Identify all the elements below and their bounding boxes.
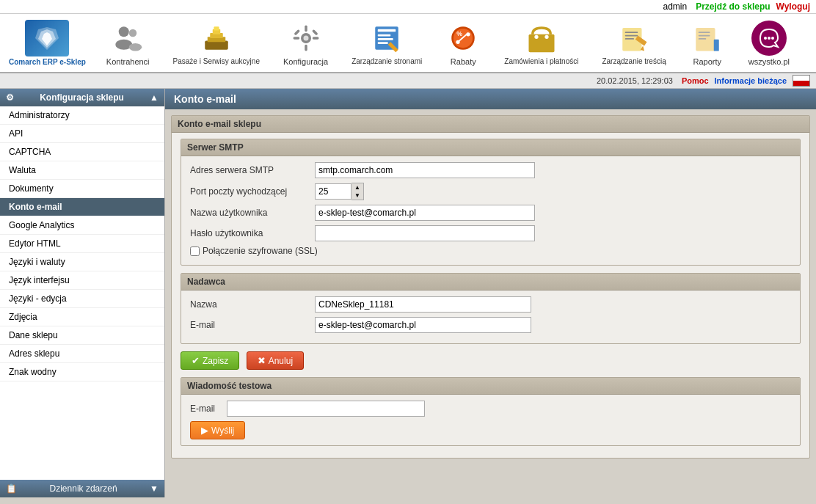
datetime: 20.02.2015, 12:29:03 — [597, 76, 673, 85]
sender-name-input[interactable] — [315, 296, 531, 313]
svg-point-13 — [303, 35, 308, 40]
test-email-input[interactable] — [227, 401, 425, 417]
ssl-checkbox[interactable] — [190, 246, 200, 256]
konfiguracja-icon — [288, 21, 324, 56]
sender-email-label: E-mail — [190, 320, 315, 330]
nav-item-raporty[interactable]: Raporty — [678, 18, 737, 69]
save-icon: ✔ — [192, 355, 200, 366]
rabaty-icon: % — [445, 21, 481, 56]
section-test-message: Wiadomość testowa E-mail ▶ Wyślij — [181, 377, 801, 446]
sidebar-item-api[interactable]: API — [0, 125, 164, 143]
page-header: Konto e-mail — [165, 89, 816, 109]
logo-svg — [32, 26, 62, 51]
username-input[interactable] — [315, 205, 535, 221]
svg-rect-36 — [625, 32, 638, 33]
svg-rect-14 — [305, 25, 307, 32]
port-row: Port poczty wychodzącej ▲ ▼ — [190, 183, 791, 200]
password-row: Hasło użytkownika — [190, 225, 791, 241]
smtp-address-row: Adres serwera SMTP — [190, 162, 791, 178]
smtp-address-label: Adres serwera SMTP — [190, 165, 315, 175]
nav-item-wszystko[interactable]: wszystko.pl — [737, 18, 801, 69]
sidebar-list: Administratorzy API CAPTCHA Waluta Dokum… — [0, 106, 164, 480]
logo-box — [25, 20, 69, 56]
sender-email-row: E-mail — [190, 317, 791, 333]
nav-item-kontrahenci[interactable]: Kontrahenci — [95, 18, 161, 69]
sidebar-item-captcha[interactable]: CAPTCHA — [0, 143, 164, 161]
info-link[interactable]: Informacje bieżące — [715, 76, 787, 85]
ssl-row: Połączenie szyfrowane (SSL) — [190, 246, 791, 256]
sidebar-item-dokumenty[interactable]: Dokumenty — [0, 180, 164, 198]
send-button-row: ▶ Wyślij — [190, 421, 791, 439]
port-container: ▲ ▼ — [315, 183, 364, 200]
section-sender: Nadawca Nazwa E-mail — [181, 273, 801, 344]
sender-name-row: Nazwa — [190, 296, 791, 313]
section-test-content: E-mail ▶ Wyślij — [181, 395, 800, 445]
sidebar: ⚙ Konfiguracja sklepu ▲ Administratorzy … — [0, 89, 165, 497]
sidebar-item-administratorzy[interactable]: Administratorzy — [0, 106, 164, 125]
section-email-account-header: Konto e-mail sklepu — [172, 116, 809, 133]
admin-username: admin — [663, 1, 688, 12]
svg-point-31 — [467, 32, 470, 36]
port-up-btn[interactable]: ▲ — [351, 183, 363, 191]
svg-point-48 — [771, 37, 774, 40]
go-to-store-link[interactable]: Przejdź do sklepu — [696, 1, 770, 12]
svg-point-3 — [119, 26, 129, 37]
save-button[interactable]: ✔ Zapisz — [181, 351, 239, 370]
raporty-icon — [690, 21, 725, 56]
password-input[interactable] — [315, 225, 535, 241]
wszystko-icon — [751, 21, 787, 56]
zarzadzanie-stronami-icon — [369, 21, 404, 56]
nav-item-rabaty[interactable]: % Rabaty — [434, 18, 492, 69]
sidebar-item-dane-sklepu[interactable]: Dane sklepu — [0, 326, 164, 345]
svg-rect-32 — [528, 34, 554, 53]
svg-rect-16 — [293, 37, 299, 40]
logo-text: Comarch ERP e-Sklep — [9, 58, 86, 66]
port-down-btn[interactable]: ▼ — [351, 191, 363, 200]
sidebar-item-konto-email[interactable]: Konto e-mail — [0, 198, 164, 216]
status-bar: 20.02.2015, 12:29:03 Pomoc Informacje bi… — [0, 73, 816, 89]
nav-item-zarzadzanie-trescia[interactable]: Zarządzanie treścią — [590, 18, 677, 68]
language-flag[interactable] — [793, 75, 810, 87]
sidebar-collapse-icon[interactable]: ▲ — [150, 92, 159, 103]
page-title: Konto e-mail — [174, 93, 236, 105]
nav-item-konfiguracja[interactable]: Konfiguracja — [272, 18, 340, 69]
sidebar-item-jezyki-waluty[interactable]: Języki i waluty — [0, 253, 164, 271]
smtp-address-input[interactable] — [315, 162, 535, 178]
svg-rect-21 — [378, 29, 396, 32]
section-smtp-header: Serwer SMTP — [181, 139, 800, 156]
send-button[interactable]: ▶ Wyślij — [190, 421, 245, 439]
cancel-button[interactable]: ✖ Anuluj — [247, 351, 304, 370]
section-email-account-content: Serwer SMTP Adres serwera SMTP Port pocz… — [172, 133, 809, 458]
nav-item-zamowienia[interactable]: Zamówienia i płatności — [492, 18, 590, 68]
section-smtp-content: Adres serwera SMTP Port poczty wychodząc… — [181, 156, 800, 265]
sender-email-input[interactable] — [315, 317, 531, 333]
top-bar: admin Przejdź do sklepu Wyloguj — [0, 0, 816, 14]
sidebar-item-google-analytics[interactable]: Google Analytics — [0, 216, 164, 235]
nav-item-pasaze[interactable]: Pasaże i Serwisy aukcyjne — [161, 18, 272, 68]
logo-area[interactable]: Comarch ERP e-Sklep — [0, 17, 95, 69]
sender-name-label: Nazwa — [190, 299, 315, 310]
sidebar-item-jezyk-interfejsu[interactable]: Język interfejsu — [0, 271, 164, 290]
sidebar-title: Konfiguracja sklepu — [40, 92, 124, 103]
sidebar-item-waluta[interactable]: Waluta — [0, 161, 164, 180]
section-sender-content: Nazwa E-mail — [181, 291, 800, 343]
svg-rect-42 — [698, 32, 710, 33]
sidebar-item-jezyki-edycja[interactable]: Języki - edycja — [0, 290, 164, 308]
svg-rect-24 — [378, 42, 388, 44]
test-email-row: E-mail — [190, 401, 791, 417]
sidebar-header: ⚙ Konfiguracja sklepu ▲ — [0, 89, 164, 106]
nav-item-zarzadzanie-stronami[interactable]: Zarządzanie stronami — [340, 18, 434, 68]
port-input[interactable] — [315, 183, 351, 200]
nav-bar: Comarch ERP e-Sklep Kontrahenci Pasaże i… — [0, 14, 816, 73]
sidebar-item-adres-sklepu[interactable]: Adres sklepu — [0, 345, 164, 363]
logout-link[interactable]: Wyloguj — [776, 1, 810, 12]
sidebar-item-edytor-html[interactable]: Edytor HTML — [0, 235, 164, 253]
content-inner: Konto e-mail sklepu Serwer SMTP Adres se… — [165, 109, 816, 470]
username-label: Nazwa użytkownika — [190, 208, 315, 218]
help-link[interactable]: Pomoc — [682, 76, 709, 85]
sidebar-item-zdjecia[interactable]: Zdjęcia — [0, 308, 164, 326]
svg-point-5 — [129, 29, 137, 37]
sidebar-bottom[interactable]: 📋 Dziennik zdarzeń ▼ — [0, 480, 164, 497]
sidebar-bottom-arrow[interactable]: ▼ — [150, 483, 159, 494]
sidebar-item-znak-wodny[interactable]: Znak wodny — [0, 363, 164, 381]
